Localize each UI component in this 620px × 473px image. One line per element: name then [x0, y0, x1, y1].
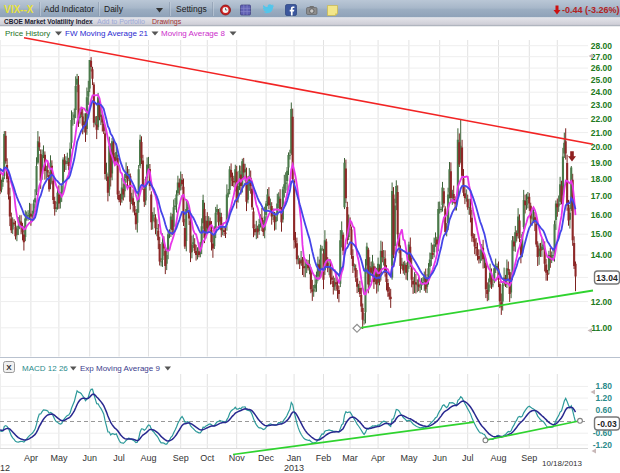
svg-text:FW Moving Average 21: FW Moving Average 21: [65, 29, 149, 38]
svg-text:26.00: 26.00: [591, 63, 613, 73]
svg-text:Nov: Nov: [229, 453, 246, 463]
svg-text:12.00: 12.00: [591, 297, 613, 307]
svg-text:11.00: 11.00: [591, 323, 612, 333]
svg-text:24.00: 24.00: [591, 87, 613, 97]
svg-text:CBOE Market Volatility Index: CBOE Market Volatility Index: [4, 18, 93, 26]
svg-text:Apr: Apr: [24, 453, 38, 463]
svg-text:Sep: Sep: [173, 453, 189, 463]
svg-text:Dec: Dec: [258, 453, 275, 463]
svg-text:Settings: Settings: [176, 4, 207, 14]
svg-text:23.00: 23.00: [591, 100, 613, 110]
svg-text:Sep: Sep: [521, 453, 537, 463]
svg-text:Drawings: Drawings: [152, 18, 182, 26]
svg-text:Jun: Jun: [82, 453, 97, 463]
svg-text:Apr: Apr: [371, 453, 385, 463]
svg-text:15.00: 15.00: [591, 229, 613, 239]
svg-text:Daily: Daily: [104, 4, 124, 14]
svg-text:Jul: Jul: [113, 453, 125, 463]
svg-text:28.00: 28.00: [591, 41, 613, 51]
svg-text:-0.44 (-3.26%): -0.44 (-3.26%): [562, 5, 620, 15]
svg-text:Oct: Oct: [200, 453, 215, 463]
svg-text:0.60: 0.60: [595, 405, 612, 415]
svg-text:-0.03: -0.03: [597, 419, 617, 429]
svg-text:27.00: 27.00: [591, 52, 613, 62]
svg-text:VIX--X: VIX--X: [4, 4, 34, 15]
svg-text:May: May: [400, 453, 418, 463]
svg-text:2013: 2013: [284, 463, 304, 473]
svg-text:Jan: Jan: [287, 453, 302, 463]
svg-text:Exp Moving Average 9: Exp Moving Average 9: [80, 364, 160, 373]
svg-text:Jun: Jun: [432, 453, 447, 463]
svg-text:Jul: Jul: [462, 453, 474, 463]
svg-text:17.00: 17.00: [591, 191, 613, 201]
svg-text:Add to Portfolio: Add to Portfolio: [97, 18, 145, 25]
svg-text:22.00: 22.00: [591, 114, 613, 124]
svg-text:20.00: 20.00: [591, 142, 613, 152]
svg-text:14.00: 14.00: [591, 250, 613, 260]
svg-text:16.00: 16.00: [591, 210, 613, 220]
svg-text:Price History: Price History: [5, 29, 50, 38]
svg-text:13.04: 13.04: [596, 273, 618, 283]
svg-text:-1.20: -1.20: [593, 440, 613, 450]
svg-text:X: X: [6, 363, 12, 372]
svg-text:Add Indicator: Add Indicator: [44, 4, 94, 14]
svg-text:Mar: Mar: [342, 453, 358, 463]
svg-text:21.00: 21.00: [591, 128, 613, 138]
svg-text:18.00: 18.00: [591, 174, 613, 184]
svg-text:May: May: [50, 453, 68, 463]
svg-text:Moving Average 8: Moving Average 8: [161, 29, 225, 38]
svg-text:Aug: Aug: [140, 453, 156, 463]
svg-text:25.00: 25.00: [591, 75, 613, 85]
svg-text:MACD 12 26: MACD 12 26: [22, 364, 68, 373]
svg-text:10/18/2013: 10/18/2013: [542, 459, 583, 468]
svg-text:1.20: 1.20: [595, 393, 612, 403]
svg-text:Aug: Aug: [490, 453, 506, 463]
svg-text:12: 12: [0, 463, 10, 473]
svg-text:19.00: 19.00: [591, 158, 613, 168]
svg-text:1.80: 1.80: [595, 381, 612, 391]
svg-text:Feb: Feb: [316, 453, 332, 463]
